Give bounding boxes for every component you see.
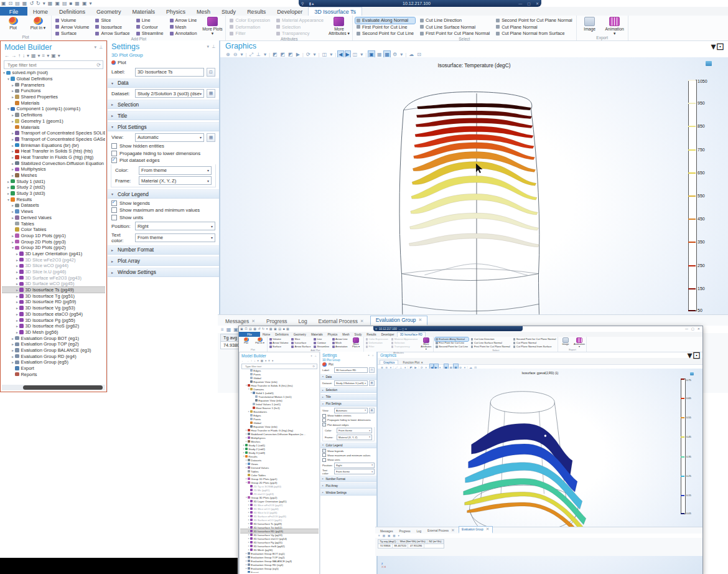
section-header-plot-array[interactable]: ▸Plot Array: [320, 482, 376, 489]
tree-arrow-icon[interactable]: ▸: [11, 137, 15, 141]
field-select[interactable]: Study 2/Solution 3 (sol3) (dset3)▾: [135, 89, 204, 98]
tree-item[interactable]: ▸Study 2 (std2): [2, 184, 105, 191]
qat-icon-7[interactable]: ▦: [48, 1, 53, 7]
close-icon[interactable]: ✕: [251, 319, 255, 324]
contour-button[interactable]: Contour: [135, 24, 165, 31]
mb-caret-icon[interactable]: ▾: [58, 53, 60, 59]
checkbox[interactable]: [322, 458, 326, 462]
checkbox[interactable]: [111, 151, 117, 156]
checkbox[interactable]: [111, 143, 117, 149]
field-action-button[interactable]: ▦: [369, 408, 375, 413]
b-grid-icon[interactable]: ▦: [383, 534, 385, 537]
checkbox-row[interactable]: Show hidden entities: [320, 413, 376, 418]
plot-in-button[interactable]: Plot In ▾: [254, 337, 266, 344]
ribbon-tab-definitions[interactable]: Definitions: [273, 332, 291, 337]
plot-button[interactable]: Plot: [2, 16, 24, 30]
tree-arrow-icon[interactable]: ▸: [11, 348, 15, 352]
field-select[interactable]: Material (X, Y, Z)▾: [337, 435, 372, 440]
b-box-icon[interactable]: ▣: [388, 534, 390, 537]
image-button[interactable]: Image: [579, 16, 600, 31]
tree-item[interactable]: ▸3D Surface wFe2O3 (pg43): [2, 275, 105, 281]
close-icon[interactable]: ✕: [451, 528, 455, 533]
context-help-icon[interactable]: [690, 372, 694, 375]
qat-icon-2[interactable]: ▤: [15, 1, 20, 7]
tree-arrow-icon[interactable]: ▾: [11, 245, 15, 250]
caret-icon[interactable]: ▾: [93, 45, 98, 50]
ribbon-tab-mesh[interactable]: Mesh: [191, 7, 216, 16]
tree-item[interactable]: ▾Results: [2, 196, 105, 202]
arrow-surface-button[interactable]: Arrow Surface: [94, 31, 131, 37]
tree-item[interactable]: ▾Component 1 (comp1) (comp1): [2, 106, 105, 112]
field-select[interactable]: Material (X, Y, Z)▾: [139, 176, 212, 185]
mb-arrow-up-icon[interactable]: ↑: [251, 359, 252, 362]
mb-arrow-right-icon[interactable]: →: [246, 359, 250, 362]
mb-menu-icon[interactable]: ≡: [42, 53, 45, 59]
section-header-data[interactable]: ▾Data: [108, 78, 219, 88]
field-select[interactable]: From theme▾: [135, 233, 215, 242]
tree-item[interactable]: ▸Stabilized Convection-Diffusion Equatio…: [2, 160, 105, 166]
arrow-line-button[interactable]: Arrow Line: [169, 17, 198, 24]
bottom-tab-messages[interactable]: Messages: [378, 530, 396, 534]
rename-button[interactable]: ⊡: [207, 68, 215, 77]
qat-icon-6[interactable]: ▾: [43, 1, 45, 7]
arrow-line-button[interactable]: Arrow Line: [332, 337, 348, 341]
tree-item[interactable]: ▸3D Layer Orientation (pg41): [2, 251, 105, 257]
checkbox-row[interactable]: Propagate hiding to lower dimensions: [108, 149, 219, 156]
section-header-window-settings[interactable]: ▸Window Settings: [108, 268, 219, 277]
checkbox[interactable]: [322, 453, 326, 457]
tree-arrow-icon[interactable]: ▸: [11, 131, 15, 135]
tree-arrow-icon[interactable]: ▸: [15, 299, 19, 304]
tree-item[interactable]: ▸Transport of Concentrated Species GASes…: [2, 136, 105, 143]
ribbon-tab-3d-isosurface-rd[interactable]: 3D Isosurface RD: [397, 332, 426, 337]
bottom-tab-log[interactable]: Log: [294, 318, 312, 326]
ribbon-tab-study[interactable]: Study: [216, 7, 241, 16]
pin-icon[interactable]: ⊥: [314, 354, 318, 357]
bottom-tab-progress[interactable]: Progress: [397, 530, 413, 534]
tree-item[interactable]: ▾Global Definitions: [2, 76, 105, 82]
bottom-tab-evaluation-group[interactable]: Evaluation Group✕: [459, 526, 493, 534]
mesh-button[interactable]: Mesh: [332, 341, 348, 345]
ribbon-tab-geometry[interactable]: Geometry: [91, 7, 127, 16]
popout-icon[interactable]: ⊡: [716, 40, 724, 52]
animation-button[interactable]: Animation ▾: [573, 337, 585, 348]
cut-plane-normal-button[interactable]: Cut Plane Normal: [495, 24, 574, 31]
qat-icon-9[interactable]: ▤: [278, 327, 281, 331]
b-menu-icon[interactable]: ≡: [378, 534, 380, 537]
cut-line-surface-normal-button[interactable]: Cut Line Surface Normal: [419, 24, 491, 31]
checkbox[interactable]: [322, 449, 326, 453]
tree-arrow-icon[interactable]: ▸: [15, 276, 19, 280]
ribbon-tab-developer[interactable]: Developer: [271, 7, 308, 16]
checkbox-row[interactable]: Show units: [108, 213, 219, 220]
ribbon-tab-study[interactable]: Study: [352, 332, 365, 337]
section-header-title[interactable]: ▸Title: [108, 111, 219, 120]
mb-arrow-down-icon[interactable]: ↓: [22, 53, 25, 59]
ribbon-tab-home[interactable]: Home: [260, 332, 273, 337]
evaluate-along-normal-button[interactable]: Evaluate Along Normal: [435, 337, 469, 341]
field-action-button[interactable]: ▦: [207, 133, 215, 142]
tree-arrow-icon[interactable]: ▸: [15, 324, 19, 328]
tree-item[interactable]: ▸Evaluation Group RD (eg4): [2, 353, 105, 359]
ribbon-tab-geometry[interactable]: Geometry: [291, 332, 309, 337]
rename-button[interactable]: ⊡: [369, 367, 375, 373]
tree-arrow-icon[interactable]: ▾: [6, 106, 11, 111]
section-header-data[interactable]: ▾Data: [320, 374, 376, 380]
field-select[interactable]: Automatic▾: [334, 408, 368, 413]
section-header-plot-settings[interactable]: ▾Plot Settings: [108, 122, 219, 131]
arrow-volume-button[interactable]: Arrow Volume: [54, 24, 90, 31]
tree-arrow-icon[interactable]: ▸: [6, 179, 11, 184]
tree-item[interactable]: ▸Brinkman Equations (br) (br): [2, 142, 105, 148]
qat-icon-13[interactable]: ▾: [89, 1, 91, 7]
tree-item[interactable]: ▸Evaluation Group BALANCE (eg3): [2, 347, 105, 354]
section-header-window-settings[interactable]: ▸Window Settings: [320, 489, 376, 496]
field-select[interactable]: From theme▾: [139, 166, 212, 175]
checkbox[interactable]: [322, 423, 326, 426]
arrow-volume-button[interactable]: Arrow Volume: [269, 341, 289, 345]
cut-line-direction-button[interactable]: Cut Line Direction: [419, 17, 491, 24]
checkbox-row[interactable]: Show hidden entities: [108, 142, 219, 149]
annotation-button[interactable]: Annotation: [169, 31, 198, 37]
section-header-selection[interactable]: ▸Selection: [320, 387, 376, 393]
b-grid-icon[interactable]: ▦: [226, 327, 231, 332]
tree-item[interactable]: ▸Functions: [2, 88, 105, 94]
label-input[interactable]: 3D Isosurface RD: [334, 367, 368, 373]
tree-arrow-icon[interactable]: ▸: [15, 252, 19, 256]
